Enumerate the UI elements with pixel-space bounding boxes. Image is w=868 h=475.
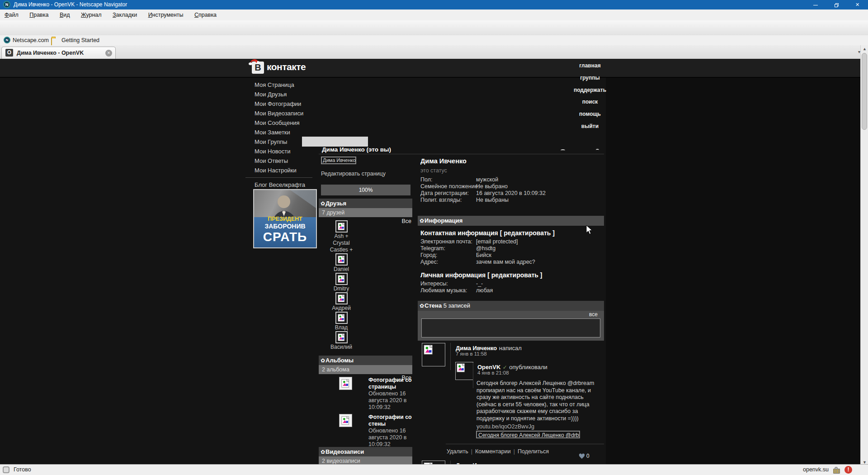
friend-name[interactable]: Василий [330,344,352,351]
friend-name[interactable]: Dmitry [334,285,349,292]
nav-donate[interactable]: поддержать [558,84,622,96]
wall-composer-panel: все [418,311,604,341]
personal-label: Интересы: [420,280,448,287]
restore-button[interactable] [826,0,847,10]
edit-page-link[interactable]: Редактировать страницу [321,171,386,177]
scrollbar-thumb[interactable] [862,53,867,130]
menu-help[interactable]: Справка [194,10,217,20]
minimize-button[interactable] [805,0,826,10]
close-tab-icon[interactable]: ✕ [105,50,112,57]
friend-avatar[interactable] [335,253,348,266]
repost-author-name[interactable]: OpenVK [477,364,500,370]
scroll-up-icon[interactable]: ▲ [861,45,868,52]
likes-count[interactable]: 0 [586,453,590,459]
page-background-right [606,77,860,464]
album-thumbnail[interactable] [339,377,352,390]
info-value: Не выбраны [476,197,509,204]
friends-all-link[interactable]: Все [393,218,411,224]
page-title: Дима Ивченко (это вы) [322,146,391,153]
info-value: мужской [476,176,498,183]
sidebar-item-notes[interactable]: Мои Заметки [255,128,322,137]
sidebar-item-my-page[interactable]: Моя Страница [255,80,322,90]
security-alert-icon[interactable]: ! [844,466,852,474]
tooltip-placeholder [302,137,368,147]
edit-personal-link[interactable]: [ редактировать ] [487,271,542,279]
post-author-avatar[interactable] [422,461,445,464]
sidebar-item-news[interactable]: Мои Новости [255,147,322,156]
menu-tools[interactable]: Инструменты [148,10,184,20]
sidebar-item-videos[interactable]: Мои Видеозаписи [255,109,322,118]
page-viewport: В контакте главная группы поддержать пои… [0,59,860,464]
comments-link[interactable]: Комментарии [475,448,511,455]
sidebar-item-replies[interactable]: Мои Ответы [255,156,322,166]
repost-link[interactable]: youtu.be/iqoO2zBwvJg [476,423,534,430]
page-scrollbar[interactable]: ▲ ▼ [860,45,868,466]
banner-line2: ЗАБОРОНИВ [254,223,316,230]
friends-list: Ash + Crystal Castles + Daniel Dmitry Ан… [314,220,368,351]
sidebar-item-friends[interactable]: Мои Друзья [255,90,322,99]
friend-avatar[interactable] [335,220,348,233]
friend-name[interactable]: Андрей [332,305,351,312]
album-name[interactable]: Фотографии со стены [368,414,412,428]
menu-bookmarks[interactable]: Закладки [113,10,137,20]
profile-avatar-alt[interactable]: Дима Ивченко [321,157,356,164]
post-author-name[interactable]: Дима Ивченко [456,345,497,352]
nav-groups[interactable]: группы [558,72,622,84]
broken-image-icon [424,345,434,355]
profile-status[interactable]: это статус [420,167,447,174]
nav-help[interactable]: помощь [558,108,622,120]
sidebar-item-blog[interactable]: Блог Веселкрафта [255,180,322,190]
sidebar-item-photos[interactable]: Мои Фотографии [255,99,322,109]
contact-info-header: Контактная информация [ редактировать ] [420,229,555,237]
contact-value[interactable]: Бийск [476,252,491,259]
nav-main[interactable]: главная [558,60,622,72]
menu-file[interactable]: Файл [5,10,19,20]
mouse-cursor [586,225,593,235]
like-heart-icon[interactable] [579,453,585,459]
nav-logout[interactable]: выйти [558,120,622,133]
friends-section-header: ✿Друзья [319,199,412,208]
contact-value[interactable]: @hsdtg [476,245,495,252]
edit-contact-link[interactable]: [ редактировать ] [500,229,555,237]
status-lock-icon[interactable] [833,469,840,474]
sidebar-banner[interactable]: ПРЕЗИДЕНТ ЗАБОРОНИВ СРАТЬ [253,189,317,248]
contact-value[interactable]: [email protected] [476,238,518,245]
wall-post-input[interactable] [421,318,600,337]
friend-avatar[interactable] [335,331,348,343]
nav-search[interactable]: поиск [558,96,622,108]
menu-view[interactable]: Вид [60,10,70,20]
active-tab[interactable]: O Дима Ивченко - OpenVK ✕ [1,47,116,59]
banner-line1: ПРЕЗИДЕНТ [254,216,316,222]
share-link[interactable]: Поделиться [518,448,549,455]
repost-date[interactable]: 4 янв в 21:08 [477,370,509,375]
album-name[interactable]: Фотографии со страницы [368,377,412,390]
menu-history[interactable]: Журнал [81,10,102,20]
repost-attachment[interactable]: Сегодня блогер Алексей Лещенко @drbr... [476,431,580,438]
tab-title: Дима Ивченко - OpenVK [17,50,84,56]
vk-logo-text[interactable]: контакте [267,62,306,72]
browser-menubar: Файл Правка Вид Журнал Закладки Инструме… [0,10,868,21]
album-thumbnail[interactable] [339,414,352,427]
bookmark-netscape[interactable]: Netscape.com [13,35,49,45]
sidebar-item-messages[interactable]: Мои Сообщения [255,118,322,128]
post-date[interactable]: 7 янв в 11:58 [456,351,487,356]
delete-post-link[interactable]: Удалить [447,448,468,455]
status-bar: Готово openvk.su ! [0,464,868,475]
status-domain: openvk.su [793,466,829,473]
wall-all-link[interactable]: все [589,311,598,318]
friend-name[interactable]: Daniel [334,266,349,273]
friend-avatar[interactable] [335,312,348,324]
sidebar-item-settings[interactable]: Мои Настройки [255,166,322,175]
friend-name[interactable]: Ash + Crystal Castles + [326,233,357,253]
repost-author-avatar[interactable] [455,362,473,380]
post-author-avatar[interactable] [422,343,445,366]
albums-section-header: ✿Альбомы [319,356,412,365]
menu-edit[interactable]: Правка [29,10,48,20]
contact-label: Адрес: [420,259,438,266]
broken-image-icon [338,294,345,302]
friend-avatar[interactable] [335,292,348,304]
friend-name[interactable]: Влад [335,324,348,331]
close-window-button[interactable]: ✕ [847,0,868,10]
bookmark-getting-started[interactable]: Getting Started [61,35,99,45]
friend-avatar[interactable] [335,273,348,285]
